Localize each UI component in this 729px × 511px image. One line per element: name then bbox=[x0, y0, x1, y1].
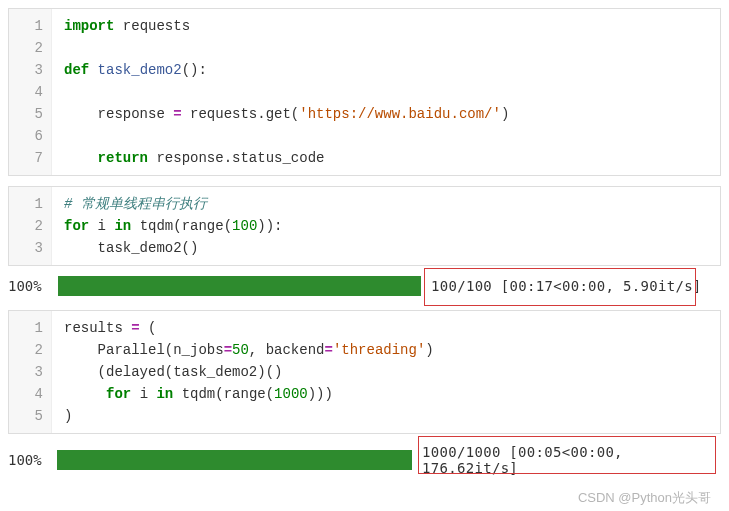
token: ) bbox=[501, 106, 509, 122]
indent bbox=[64, 150, 98, 166]
token: tqdm(range( bbox=[173, 386, 274, 402]
token: ))) bbox=[308, 386, 333, 402]
string: 'threading' bbox=[333, 342, 425, 358]
lineno: 1 bbox=[15, 193, 43, 215]
lineno: 2 bbox=[15, 339, 43, 361]
progress-label: 1000/1000 [00:05<00:00, 176.62it/s] bbox=[418, 444, 721, 476]
code-block-1: 1 2 3 4 5 6 7 import requests def task_d… bbox=[8, 8, 721, 176]
code-block-3: 1 2 3 4 5 results = ( Parallel(n_jobs=50… bbox=[8, 310, 721, 434]
progress-bar bbox=[58, 276, 421, 296]
number: 50 bbox=[232, 342, 249, 358]
progress-bar bbox=[57, 450, 412, 470]
lineno: 4 bbox=[15, 81, 43, 103]
token: Parallel(n_jobs bbox=[64, 342, 224, 358]
token: ) bbox=[425, 342, 433, 358]
operator: = bbox=[224, 342, 232, 358]
code-content: results = ( Parallel(n_jobs=50, backend=… bbox=[52, 311, 720, 433]
comment: # 常规单线程串行执行 bbox=[64, 196, 207, 212]
number: 1000 bbox=[274, 386, 308, 402]
lineno: 2 bbox=[15, 37, 43, 59]
code-block-2: 1 2 3 # 常规单线程串行执行for i in tqdm(range(100… bbox=[8, 186, 721, 266]
lineno: 3 bbox=[15, 59, 43, 81]
token: (): bbox=[182, 62, 207, 78]
keyword-for: for bbox=[106, 386, 131, 402]
lineno: 3 bbox=[15, 237, 43, 259]
token: results bbox=[64, 320, 131, 336]
token: tqdm(range( bbox=[131, 218, 232, 234]
token: i bbox=[89, 218, 114, 234]
lineno: 3 bbox=[15, 361, 43, 383]
string: 'https://www.baidu.com/' bbox=[299, 106, 501, 122]
token: , backend bbox=[249, 342, 325, 358]
gutter: 1 2 3 4 5 bbox=[9, 311, 52, 433]
lineno: 6 bbox=[15, 125, 43, 147]
token: requests.get( bbox=[182, 106, 300, 122]
operator: = bbox=[131, 320, 139, 336]
progress-row-1: 100% 100/100 [00:17<00:00, 5.90it/s] bbox=[8, 276, 721, 296]
code-content: # 常规单线程串行执行for i in tqdm(range(100)): ta… bbox=[52, 187, 720, 265]
token: response bbox=[64, 106, 173, 122]
gutter: 1 2 3 4 5 6 7 bbox=[9, 9, 52, 175]
operator: = bbox=[173, 106, 181, 122]
progress-percent: 100% bbox=[8, 452, 57, 468]
progress-label: 100/100 [00:17<00:00, 5.90it/s] bbox=[427, 278, 702, 294]
lineno: 4 bbox=[15, 383, 43, 405]
lineno: 2 bbox=[15, 215, 43, 237]
token: response.status_code bbox=[148, 150, 324, 166]
lineno: 7 bbox=[15, 147, 43, 169]
indent bbox=[64, 386, 106, 402]
number: 100 bbox=[232, 218, 257, 234]
code-content: import requests def task_demo2(): respon… bbox=[52, 9, 720, 175]
token: )): bbox=[257, 218, 282, 234]
watermark: CSDN @Python光头哥 bbox=[578, 489, 711, 498]
keyword-import: import bbox=[64, 18, 114, 34]
token: (delayed(task_demo2)() bbox=[64, 364, 282, 380]
progress-row-2: 100% 1000/1000 [00:05<00:00, 176.62it/s] bbox=[8, 444, 721, 476]
token: ) bbox=[64, 408, 72, 424]
lineno: 1 bbox=[15, 317, 43, 339]
token: task_demo2() bbox=[64, 240, 198, 256]
token: ( bbox=[140, 320, 157, 336]
func-name: task_demo2 bbox=[89, 62, 181, 78]
lineno: 5 bbox=[15, 103, 43, 125]
keyword-in: in bbox=[114, 218, 131, 234]
token: requests bbox=[114, 18, 190, 34]
lineno: 5 bbox=[15, 405, 43, 427]
progress-percent: 100% bbox=[8, 278, 58, 294]
gutter: 1 2 3 bbox=[9, 187, 52, 265]
token: i bbox=[131, 386, 156, 402]
operator: = bbox=[324, 342, 332, 358]
keyword-for: for bbox=[64, 218, 89, 234]
lineno: 1 bbox=[15, 15, 43, 37]
keyword-def: def bbox=[64, 62, 89, 78]
keyword-return: return bbox=[98, 150, 148, 166]
keyword-in: in bbox=[156, 386, 173, 402]
